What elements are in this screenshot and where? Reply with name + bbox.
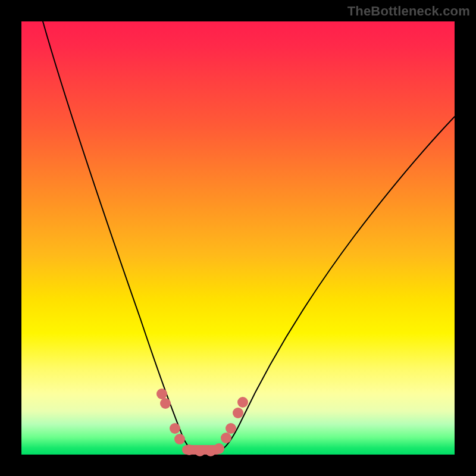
marker-dot xyxy=(233,408,243,418)
marker-dot xyxy=(184,444,195,455)
marker-dot xyxy=(237,397,248,408)
marker-dot xyxy=(226,423,236,434)
marker-dot xyxy=(170,423,180,434)
watermark-text: TheBottleneck.com xyxy=(347,4,470,19)
plot-area xyxy=(21,21,455,455)
marker-dot xyxy=(156,389,167,399)
marker-dot xyxy=(214,443,224,454)
marker-dot xyxy=(160,398,171,409)
marker-dot xyxy=(221,433,231,443)
bottleneck-curve xyxy=(21,21,455,455)
marker-dot xyxy=(195,446,205,456)
marker-dot xyxy=(174,434,185,444)
curve-path xyxy=(43,21,455,454)
outer-black-frame: TheBottleneck.com xyxy=(0,0,476,476)
